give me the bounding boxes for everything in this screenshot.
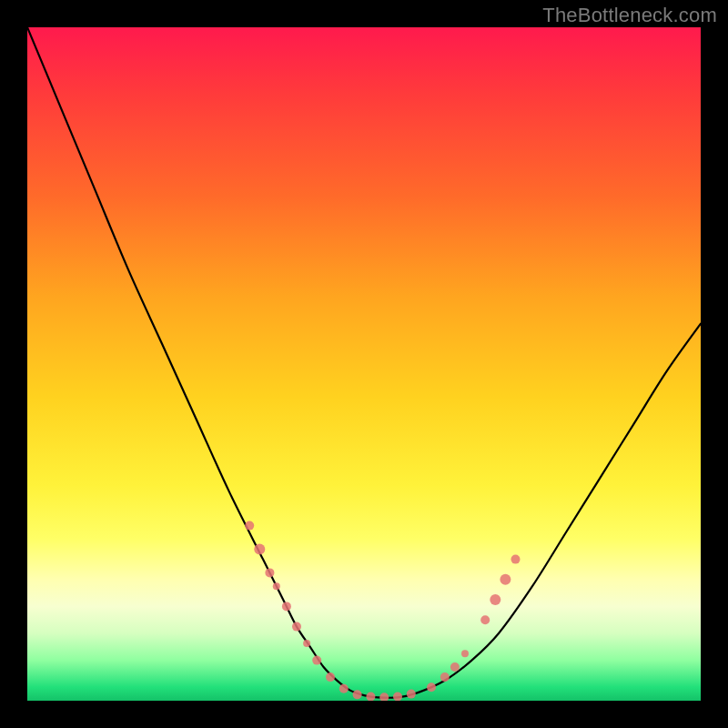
bead [490, 594, 500, 605]
bead [450, 662, 460, 672]
highlight-beads [245, 521, 520, 701]
bead [245, 521, 254, 531]
bead [339, 684, 349, 693]
plot-area [27, 27, 701, 701]
bead [393, 693, 402, 701]
bead [366, 693, 375, 701]
watermark-text: TheBottleneck.com [542, 4, 717, 27]
bead [379, 693, 389, 701]
bead [427, 682, 436, 692]
bead [500, 574, 511, 585]
bead [273, 582, 280, 590]
bead [312, 656, 321, 665]
bead [407, 690, 416, 699]
bead [292, 622, 301, 632]
bead [480, 615, 490, 624]
bead [326, 672, 335, 682]
bead [303, 640, 310, 647]
bottleneck-curve [27, 27, 701, 698]
bead [265, 568, 274, 577]
chart-svg [27, 27, 701, 701]
outer-frame: TheBottleneck.com [0, 0, 728, 728]
bead [353, 690, 362, 699]
bead [511, 555, 521, 564]
bead [282, 602, 291, 611]
bead [461, 650, 469, 657]
bead [440, 672, 450, 682]
bead [254, 544, 265, 555]
